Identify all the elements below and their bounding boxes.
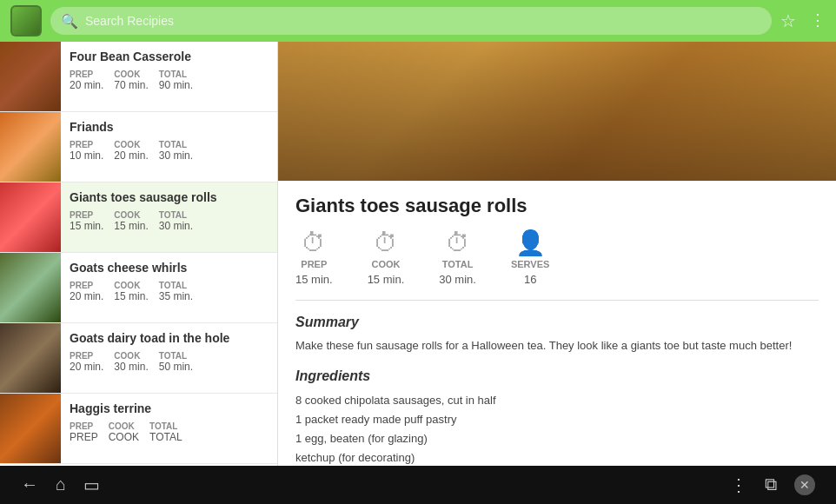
recipe-item-name: Goats cheese whirls xyxy=(70,260,269,275)
time-total: TOTAL 35 min. xyxy=(159,281,193,302)
cook-label: COOK xyxy=(114,70,148,79)
time-cook: COOK 70 min. xyxy=(114,70,148,91)
prep-label: PREP xyxy=(70,210,103,220)
total-label: TOTAL xyxy=(159,351,193,361)
serves-value: 16 xyxy=(524,273,536,286)
ingredient-item: ketchup (for decorating) xyxy=(295,448,819,466)
nav-left: ← ⌂ ▭ xyxy=(21,474,100,495)
app-icon xyxy=(10,5,42,36)
recipe-hero-image xyxy=(278,42,836,181)
home-button[interactable]: ⌂ xyxy=(56,474,66,495)
cook-value: 15 min. xyxy=(368,273,405,286)
serves-label: SERVES xyxy=(511,259,549,269)
prep-value: PREP xyxy=(70,431,98,443)
recipe-info: Four Bean Casserole PREP 20 min. COOK 70… xyxy=(61,42,277,111)
share-icon[interactable]: ⋮ xyxy=(810,10,826,31)
total-value: TOTAL xyxy=(149,431,182,443)
prep-label: PREP xyxy=(301,259,327,269)
recipe-list-item[interactable]: Four Bean Casserole PREP 20 min. COOK 70… xyxy=(0,42,277,112)
summary-text: Make these fun sausage rolls for a Hallo… xyxy=(295,337,819,355)
recipe-list-item[interactable]: Giants toes sausage rolls PREP 15 min. C… xyxy=(0,182,277,253)
recipe-info: Haggis terrine PREP PREP COOK COOK TOTAL… xyxy=(61,394,277,463)
back-button[interactable]: ← xyxy=(21,474,38,495)
top-bar-actions: ☆ ⋮ xyxy=(780,10,826,31)
recipe-stats: ⏱ PREP 15 min. ⏱ COOK 15 min. ⏱ TOTAL 30… xyxy=(295,231,819,301)
recipe-thumbnail xyxy=(0,323,61,393)
cook-label: COOK xyxy=(371,259,400,269)
close-button[interactable]: ✕ xyxy=(794,474,815,495)
time-prep: PREP 15 min. xyxy=(70,210,103,232)
time-prep: PREP 20 min. xyxy=(70,351,103,373)
recipe-item-name: Friands xyxy=(70,119,269,135)
prep-label: PREP xyxy=(70,140,103,149)
share-button[interactable]: ⋮ xyxy=(730,474,747,495)
total-label: TOTAL xyxy=(159,210,193,220)
search-icon: 🔍 xyxy=(61,13,78,30)
time-total: TOTAL 30 min. xyxy=(159,210,193,232)
time-cook: COOK 20 min. xyxy=(114,140,148,162)
total-value: 50 min. xyxy=(159,361,193,373)
ingredient-item: 1 egg, beaten (for glazing) xyxy=(295,429,819,448)
recipe-list-item[interactable]: Goats cheese whirls PREP 20 min. COOK 15… xyxy=(0,253,277,323)
favorite-icon[interactable]: ☆ xyxy=(780,10,796,31)
search-input[interactable] xyxy=(85,14,761,28)
cook-label: COOK xyxy=(109,421,139,431)
recipe-times: PREP 20 min. COOK 30 min. TOTAL 50 min. xyxy=(70,351,269,373)
time-cook: COOK COOK xyxy=(109,421,139,443)
cook-value: 30 min. xyxy=(114,361,148,373)
ingredient-item: 8 cooked chipolata sausages, cut in half xyxy=(295,391,819,410)
prep-label: PREP xyxy=(70,281,103,290)
cook-label: COOK xyxy=(114,281,148,290)
total-label: TOTAL xyxy=(442,259,474,269)
prep-value: 15 min. xyxy=(295,273,333,286)
recipe-info: Friands PREP 10 min. COOK 20 min. TOTAL … xyxy=(61,112,277,182)
recipe-thumbnail xyxy=(0,394,61,463)
total-value: 30 min. xyxy=(439,273,476,286)
recipe-detail: Giants toes sausage rolls ⏱ PREP 15 min.… xyxy=(278,181,836,466)
recipe-times: PREP 10 min. COOK 20 min. TOTAL 30 min. xyxy=(70,140,269,162)
recipe-times: PREP 20 min. COOK 70 min. TOTAL 90 min. xyxy=(70,70,269,91)
serves-icon: 👤 xyxy=(515,231,546,255)
summary-title: Summary xyxy=(295,315,819,330)
recipe-thumbnail xyxy=(0,253,61,322)
time-cook: COOK 15 min. xyxy=(114,210,148,232)
total-value: 30 min. xyxy=(159,220,193,232)
bottom-nav: ← ⌂ ▭ ⋮ ⧉ ✕ xyxy=(0,466,836,504)
cook-label: COOK xyxy=(114,140,148,149)
recent-button[interactable]: ▭ xyxy=(83,474,100,495)
recipe-info: Goats dairy toad in the hole PREP 20 min… xyxy=(61,323,277,393)
recipe-item-name: Goats dairy toad in the hole xyxy=(70,330,269,346)
total-value: 30 min. xyxy=(159,149,193,162)
prep-value: 10 min. xyxy=(70,149,103,162)
prep-value: 20 min. xyxy=(70,361,103,373)
top-bar: 🔍 ☆ ⋮ xyxy=(0,0,836,42)
time-cook: COOK 15 min. xyxy=(114,281,148,302)
recipe-list-item[interactable]: Haggis terrine PREP PREP COOK COOK TOTAL… xyxy=(0,394,277,464)
cook-value: 20 min. xyxy=(114,149,148,162)
multiwindow-button[interactable]: ⧉ xyxy=(765,474,777,495)
ingredient-item: 1 packet ready made puff pastry xyxy=(295,410,819,429)
stat-serves: 👤 SERVES 16 xyxy=(511,231,549,286)
time-prep: PREP PREP xyxy=(70,421,98,443)
recipe-list-item[interactable]: Goats dairy toad in the hole PREP 20 min… xyxy=(0,323,277,394)
total-label: TOTAL xyxy=(159,281,193,290)
time-total: TOTAL 30 min. xyxy=(159,140,193,162)
total-label: TOTAL xyxy=(159,70,193,79)
recipe-thumbnail xyxy=(0,112,61,182)
recipe-item-name: Haggis terrine xyxy=(70,401,269,416)
total-value: 35 min. xyxy=(159,290,193,302)
cook-value: 70 min. xyxy=(114,79,148,91)
recipe-info: Giants toes sausage rolls PREP 15 min. C… xyxy=(61,182,277,252)
cook-value: 15 min. xyxy=(114,220,148,232)
time-prep: PREP 10 min. xyxy=(70,140,103,162)
recipe-item-name: Four Bean Casserole xyxy=(70,49,269,64)
cook-label: COOK xyxy=(114,351,148,361)
recipe-detail-panel: Giants toes sausage rolls ⏱ PREP 15 min.… xyxy=(278,42,836,466)
recipe-list-item[interactable]: Friands PREP 10 min. COOK 20 min. TOTAL … xyxy=(0,112,277,182)
total-label: TOTAL xyxy=(149,421,182,431)
prep-label: PREP xyxy=(70,421,98,431)
prep-icon: ⏱ xyxy=(302,231,326,255)
prep-value: 15 min. xyxy=(70,220,103,232)
search-bar[interactable]: 🔍 xyxy=(50,7,772,35)
prep-label: PREP xyxy=(70,351,103,361)
